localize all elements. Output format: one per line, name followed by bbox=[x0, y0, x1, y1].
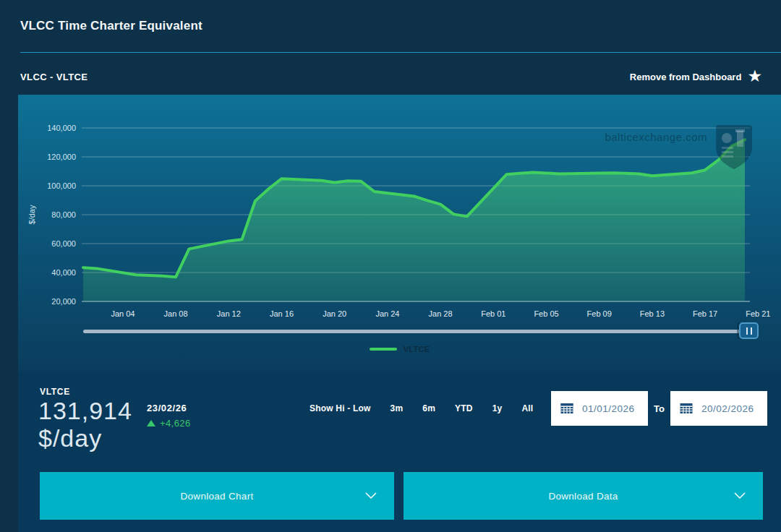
range-6m-button[interactable]: 6m bbox=[422, 403, 435, 413]
svg-text:Feb 21: Feb 21 bbox=[746, 309, 770, 318]
date-from-value: 01/01/2026 bbox=[582, 403, 635, 414]
date-to-input[interactable]: 20/02/2026 bbox=[670, 391, 767, 426]
range-slider-track[interactable] bbox=[83, 330, 745, 333]
range-ytd-button[interactable]: YTD bbox=[455, 403, 473, 413]
vltce-card: $/day 140,000120,000100,00080,00060,0004… bbox=[18, 95, 781, 532]
favorite-star-icon[interactable]: ★ bbox=[747, 70, 762, 82]
date-to-value: 20/02/2026 bbox=[701, 403, 754, 414]
svg-text:100,000: 100,000 bbox=[47, 181, 76, 190]
svg-text:Jan 08: Jan 08 bbox=[164, 309, 188, 318]
stat-change-value: +4,626 bbox=[160, 418, 191, 429]
svg-text:Jan 28: Jan 28 bbox=[429, 309, 453, 318]
range-controls: Show Hi - Low 3m 6m YTD 1y All bbox=[310, 403, 533, 413]
svg-text:Jan 24: Jan 24 bbox=[375, 309, 399, 318]
svg-text:Feb 13: Feb 13 bbox=[640, 309, 665, 318]
svg-text:Jan 04: Jan 04 bbox=[111, 309, 135, 318]
download-chart-button[interactable]: Download Chart bbox=[40, 472, 394, 520]
page-title: VLCC Time Charter Equivalent bbox=[20, 19, 202, 33]
range-all-button[interactable]: All bbox=[521, 403, 533, 413]
legend-item-vltce[interactable]: VLTCE bbox=[18, 345, 781, 353]
remove-from-dashboard-button[interactable]: Remove from Dashboard ★ bbox=[630, 72, 762, 82]
svg-text:Jan 20: Jan 20 bbox=[323, 309, 346, 318]
svg-text:140,000: 140,000 bbox=[47, 124, 76, 132]
svg-text:Jan 12: Jan 12 bbox=[217, 309, 241, 318]
show-hi-low-toggle[interactable]: Show Hi - Low bbox=[310, 403, 371, 413]
date-from-input[interactable]: 01/01/2026 bbox=[551, 391, 648, 426]
range-3m-button[interactable]: 3m bbox=[390, 403, 404, 413]
calendar-icon bbox=[560, 403, 573, 414]
svg-text:20,000: 20,000 bbox=[51, 297, 76, 306]
svg-text:Feb 05: Feb 05 bbox=[534, 309, 558, 318]
download-chart-label: Download Chart bbox=[180, 491, 253, 502]
header-divider bbox=[20, 52, 781, 53]
svg-text:Feb 01: Feb 01 bbox=[481, 309, 505, 318]
svg-text:120,000: 120,000 bbox=[47, 153, 76, 161]
calendar-icon bbox=[680, 403, 693, 414]
stat-value: 131,914 $/day bbox=[38, 397, 132, 452]
svg-text:80,000: 80,000 bbox=[51, 210, 76, 219]
range-1y-button[interactable]: 1y bbox=[492, 403, 503, 413]
download-data-label: Download Data bbox=[548, 491, 618, 502]
y-axis-title: $/day bbox=[27, 205, 36, 224]
svg-text:60,000: 60,000 bbox=[51, 239, 76, 248]
slider-grip-icon bbox=[746, 327, 748, 335]
stat-change: +4,626 bbox=[147, 418, 191, 429]
range-slider-handle[interactable] bbox=[739, 322, 759, 339]
stat-date: 23/02/26 bbox=[147, 403, 187, 413]
svg-text:Feb 09: Feb 09 bbox=[587, 309, 612, 318]
chevron-down-icon bbox=[734, 492, 746, 499]
up-triangle-icon bbox=[147, 420, 155, 426]
chart-subtitle: VLCC - VLTCE bbox=[20, 72, 88, 82]
stat-series-label: VLTCE bbox=[40, 387, 70, 397]
chevron-down-icon bbox=[365, 492, 377, 499]
legend-label: VLTCE bbox=[404, 345, 430, 353]
stat-value-unit: $/day bbox=[38, 424, 132, 452]
legend-swatch bbox=[370, 348, 397, 351]
download-data-button[interactable]: Download Data bbox=[404, 472, 763, 520]
remove-from-dashboard-label: Remove from Dashboard bbox=[630, 72, 742, 82]
svg-text:Feb 17: Feb 17 bbox=[693, 309, 717, 318]
chart-panel: $/day 140,000120,000100,00080,00060,0004… bbox=[18, 95, 781, 371]
date-range-picker: 01/01/2026 To 20/02/2026 bbox=[551, 391, 767, 426]
stat-value-number: 131,914 bbox=[38, 397, 132, 424]
svg-text:Jan 16: Jan 16 bbox=[270, 309, 294, 318]
svg-text:40,000: 40,000 bbox=[51, 268, 76, 277]
slider-grip-icon bbox=[751, 327, 752, 335]
to-label: To bbox=[654, 403, 665, 414]
